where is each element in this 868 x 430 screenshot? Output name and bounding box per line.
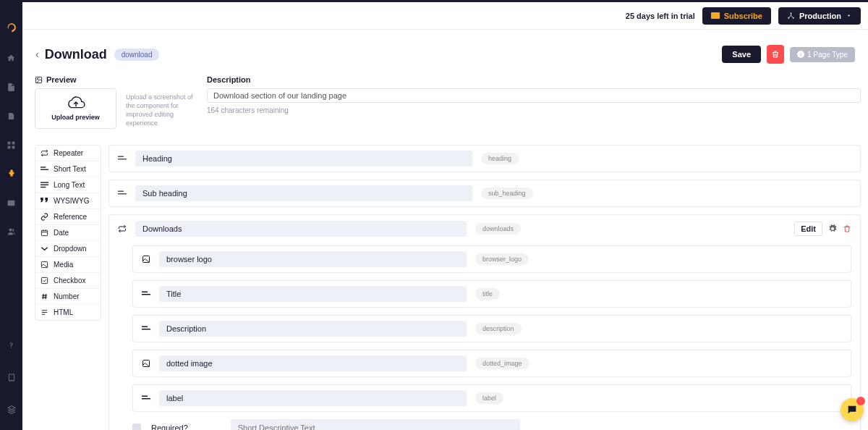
field-api-id: browser_logo: [475, 253, 529, 265]
subscribe-button[interactable]: Subscribe: [702, 7, 771, 25]
image-icon: [142, 359, 150, 368]
nav-help-icon[interactable]: [7, 340, 17, 350]
child-field-label[interactable]: label label: [132, 384, 851, 412]
preview-hint: Upload a screenshot of the component for…: [126, 93, 198, 128]
title-bar: ‹ Download download Save i 1 Page Type: [22, 40, 868, 69]
palette-reference[interactable]: Reference: [35, 209, 101, 225]
upload-preview-button[interactable]: Upload preview: [35, 88, 116, 129]
svg-rect-11: [41, 166, 46, 167]
hash-icon: [41, 292, 48, 300]
field-name-input[interactable]: Downloads: [135, 221, 467, 237]
repeat-icon: [118, 224, 127, 233]
nav-pages-icon[interactable]: [7, 82, 17, 92]
description-counter: 164 characters remaining: [207, 106, 861, 114]
field-api-id: description: [475, 323, 522, 334]
palette-html[interactable]: HTML: [35, 305, 101, 320]
palette-wysiwyg[interactable]: WYSIWYG: [35, 193, 101, 209]
nav-components-icon[interactable]: [7, 169, 17, 179]
required-checkbox[interactable]: [132, 423, 141, 430]
page-type-label: 1 Page Type: [807, 51, 848, 59]
chat-widget[interactable]: [841, 398, 864, 421]
credit-card-icon: [711, 12, 720, 19]
field-api-id: sub_heading: [481, 187, 533, 199]
back-button[interactable]: ‹: [35, 49, 39, 60]
chevron-down-icon: [41, 245, 48, 253]
svg-rect-14: [41, 184, 48, 185]
quote-icon: [41, 197, 48, 205]
nav-layers-icon[interactable]: [7, 404, 17, 414]
child-field-description[interactable]: Description description: [132, 315, 851, 342]
calendar-icon: [41, 229, 48, 237]
field-name-input[interactable]: Sub heading: [135, 185, 472, 201]
repeat-icon: [41, 149, 48, 157]
save-button[interactable]: Save: [722, 46, 761, 63]
field-name-input[interactable]: Title: [159, 286, 467, 302]
short-text-icon: [142, 395, 150, 402]
palette-long-text[interactable]: Long Text: [35, 177, 101, 193]
nav-document-icon[interactable]: [7, 111, 17, 121]
short-text-icon: [118, 189, 127, 198]
svg-rect-25: [142, 294, 150, 295]
child-field-browser-logo[interactable]: browser logo browser_logo: [132, 245, 851, 273]
chat-icon: [846, 404, 858, 416]
svg-rect-2: [8, 146, 11, 148]
field-name-input[interactable]: browser logo: [159, 251, 467, 267]
child-field-dotted-image[interactable]: dotted image dotted_image: [132, 350, 851, 377]
environment-label: Production: [799, 12, 841, 20]
app-logo: [6, 22, 17, 34]
svg-rect-20: [118, 159, 127, 160]
field-type-palette: Repeater Short Text Long Text WYSIWYG Re…: [35, 145, 101, 321]
palette-media[interactable]: Media: [35, 257, 101, 273]
palette-date[interactable]: Date: [35, 225, 101, 241]
long-text-icon: [41, 181, 48, 189]
field-api-id: dotted_image: [475, 358, 529, 369]
palette-checkbox[interactable]: Checkbox: [35, 273, 101, 289]
app-header: 25 days left in trial Subscribe Producti…: [22, 2, 868, 30]
nav-docs-icon[interactable]: [7, 372, 17, 382]
nav-home-icon[interactable]: [7, 53, 17, 63]
description-label: Description: [207, 75, 861, 84]
field-api-id: heading: [481, 153, 519, 164]
image-icon: [41, 261, 48, 269]
description-section: Description 164 characters remaining: [207, 75, 861, 114]
short-text-icon: [142, 291, 150, 298]
edit-button[interactable]: Edit: [794, 222, 822, 236]
svg-rect-3: [12, 146, 15, 148]
svg-rect-27: [142, 329, 150, 330]
child-field-title[interactable]: Title title: [132, 280, 851, 308]
trash-icon[interactable]: [843, 224, 851, 233]
svg-rect-24: [142, 291, 148, 292]
svg-point-8: [793, 17, 794, 19]
svg-rect-12: [41, 169, 48, 169]
delete-button[interactable]: [767, 45, 784, 64]
field-sub-heading[interactable]: Sub heading sub_heading: [109, 180, 861, 207]
nav-users-icon[interactable]: [7, 227, 17, 237]
network-icon: [787, 12, 795, 20]
upload-cloud-icon: [66, 96, 86, 111]
link-icon: [41, 213, 48, 221]
svg-point-6: [791, 12, 792, 14]
preview-section: Preview Upload preview Upload a screensh…: [35, 75, 197, 129]
palette-short-text[interactable]: Short Text: [35, 161, 101, 177]
field-name-input[interactable]: label: [159, 390, 467, 406]
description-input[interactable]: [207, 88, 861, 103]
environment-switcher[interactable]: Production: [778, 7, 861, 25]
palette-repeater[interactable]: Repeater: [35, 146, 101, 161]
field-name-input[interactable]: dotted image: [159, 355, 467, 371]
palette-dropdown[interactable]: Dropdown: [35, 241, 101, 257]
field-name-input[interactable]: Heading: [135, 151, 472, 166]
field-downloads-repeater: Downloads downloads Edit browser logo br…: [109, 214, 861, 430]
svg-rect-30: [142, 398, 150, 400]
field-heading[interactable]: Heading heading: [109, 145, 861, 172]
page-type-button[interactable]: i 1 Page Type: [790, 47, 855, 62]
repeater-header[interactable]: Downloads downloads Edit: [118, 221, 851, 237]
svg-rect-29: [142, 395, 148, 397]
nav-media-icon[interactable]: [7, 198, 17, 208]
palette-number[interactable]: Number: [35, 289, 101, 305]
nav-grid-icon[interactable]: [7, 140, 17, 150]
html-icon: [41, 308, 48, 316]
field-name-input[interactable]: Description: [159, 321, 467, 337]
svg-rect-16: [41, 230, 47, 235]
gear-icon[interactable]: [828, 224, 837, 233]
short-descriptive-input[interactable]: [231, 419, 520, 430]
